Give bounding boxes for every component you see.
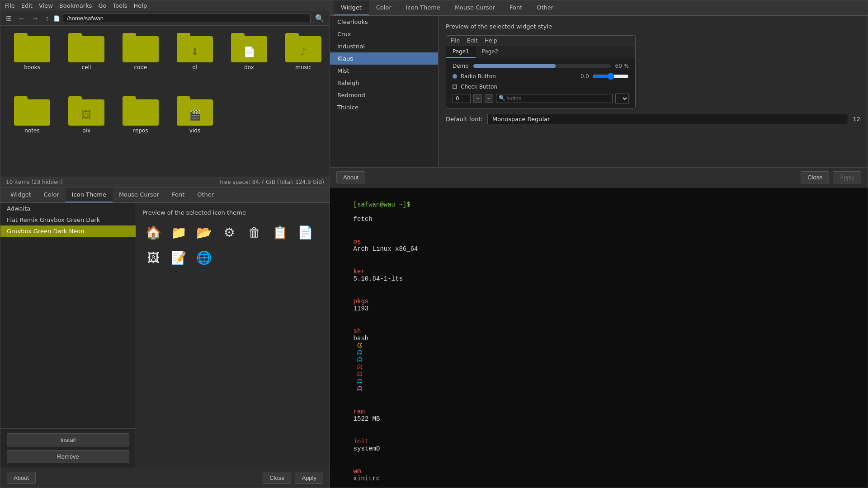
pacman-icon: ᗧ <box>354 342 363 349</box>
folder-cell[interactable]: cell <box>64 33 109 92</box>
preview-menu-edit[interactable]: Edit <box>467 38 477 44</box>
apply-button-bottom[interactable]: Apply <box>295 472 323 484</box>
menu-edit[interactable]: Edit <box>21 2 33 9</box>
folder-vids[interactable]: 🎬 vids <box>172 96 217 155</box>
folder-notes[interactable]: notes <box>9 96 55 155</box>
it-tab-other[interactable]: Other <box>191 188 220 202</box>
spin-up-button[interactable]: + <box>485 94 493 103</box>
it-tab-color[interactable]: Color <box>38 188 66 202</box>
folder-dox[interactable]: 📄 dox <box>226 33 272 92</box>
preview-progress-bar <box>473 64 611 68</box>
it-tab-font[interactable]: Font <box>165 188 191 202</box>
terminal-line-ker: ker 5.10.84-1-lts <box>338 261 859 290</box>
widget-clearlooks[interactable]: Clearlooks <box>330 16 438 28</box>
preview-menu-file[interactable]: File <box>451 38 460 44</box>
widget-thinice[interactable]: ThinIce <box>330 101 438 113</box>
preview-slider-value: 0.0 <box>580 73 589 80</box>
tab-widget[interactable]: Widget <box>334 0 369 15</box>
tab-other[interactable]: Other <box>529 0 561 15</box>
ghost-pink-1: ᗣ <box>354 385 363 393</box>
tab-color[interactable]: Color <box>369 0 399 15</box>
about-button-bottom[interactable]: About <box>7 472 36 484</box>
it-icon-text: 📝 <box>168 247 189 268</box>
widget-klaus[interactable]: Klaus <box>330 52 438 65</box>
appearance-window: Widget Color Icon Theme Mouse Cursor Fon… <box>330 0 868 188</box>
terminal-line-fetch: [safwan@wau ~]$ fetch <box>338 194 859 230</box>
tab-icon-theme[interactable]: Icon Theme <box>399 0 448 15</box>
path-input[interactable] <box>63 14 311 23</box>
folder-pix[interactable]: 🖼 pix <box>64 96 109 155</box>
menu-view[interactable]: View <box>39 2 53 9</box>
preview-checkbox-icon[interactable] <box>453 84 457 89</box>
tab-mouse-cursor[interactable]: Mouse Cursor <box>448 0 502 15</box>
terminal-cmd-fetch: fetch <box>354 216 373 223</box>
terminal-window[interactable]: [safwan@wau ~]$ fetch os Arch Linux x86_… <box>330 188 868 488</box>
spin-down-button[interactable]: − <box>473 94 482 103</box>
appearance-tabs: Widget Color Icon Theme Mouse Cursor Fon… <box>330 0 868 16</box>
folder-code[interactable]: code <box>118 33 163 92</box>
remove-button[interactable]: Remove <box>7 450 129 463</box>
default-font-label: Default font: <box>446 116 483 122</box>
tab-font[interactable]: Font <box>502 0 529 15</box>
ghost-blue-2: ᗣ <box>354 357 363 364</box>
it-adwaita[interactable]: Adwaita <box>0 203 136 214</box>
default-font-row: Default font: Monospace Regular 12 <box>446 114 860 124</box>
preview-radio-label: Radio Button <box>461 73 496 80</box>
folder-repos[interactable]: repos <box>118 96 163 155</box>
preview-menu-help[interactable]: Help <box>485 38 497 44</box>
widget-raleigh[interactable]: Raleigh <box>330 77 438 89</box>
close-button-top[interactable]: Close <box>801 171 829 183</box>
menu-help[interactable]: Help <box>134 2 147 9</box>
preview-tab-page2[interactable]: Page2 <box>476 46 505 58</box>
it-icon-settings: ⚙ <box>218 221 240 243</box>
menu-file[interactable]: File <box>5 2 15 9</box>
default-font-value: Monospace Regular <box>487 114 849 124</box>
search-button[interactable]: 🔍 <box>313 13 326 23</box>
back-button[interactable]: ← <box>16 14 27 23</box>
new-window-button[interactable]: ⊞ <box>4 13 14 23</box>
it-tab-widget[interactable]: Widget <box>4 188 38 202</box>
preview-search-input[interactable] <box>496 94 613 103</box>
path-separator-icon: 📄 <box>53 15 60 22</box>
preview-spinner-row: 0 − + 🔍 <box>453 94 629 103</box>
menu-tools[interactable]: Tools <box>113 2 127 9</box>
terminal-prompt-1: [safwan@wau ~]$ <box>354 201 410 208</box>
preview-slider[interactable] <box>593 73 629 80</box>
it-flat-remix[interactable]: Flat Remix Gruvbox Green Dark <box>0 214 136 225</box>
about-button-top[interactable]: About <box>336 171 365 183</box>
fm-status-items: 10 items (23 hidden) <box>6 179 63 185</box>
install-button[interactable]: Install <box>7 433 129 446</box>
ghost-red-2: ᗣ <box>354 371 363 378</box>
widget-list: Clearlooks Crux Industrial Klaus Mist Ra… <box>330 16 439 167</box>
folder-books[interactable]: books <box>9 33 55 92</box>
default-font-size: 12 <box>853 116 860 122</box>
preview-spinner-display: 0 <box>453 94 471 103</box>
preview-radio-icon[interactable] <box>453 74 457 79</box>
folder-dl[interactable]: ⬇ dl <box>172 33 217 92</box>
forward-button[interactable]: → <box>30 14 41 23</box>
preview-window: File Edit Help Page1 Page2 Demo 60 % <box>446 35 636 108</box>
menu-go[interactable]: Go <box>98 2 106 9</box>
fm-toolbar: ⊞ ← → ↑ 📄 🔍 <box>0 11 330 26</box>
apply-button-top[interactable]: Apply <box>833 171 861 183</box>
it-tab-mouse-cursor[interactable]: Mouse Cursor <box>113 188 165 202</box>
preview-combo[interactable] <box>615 94 629 103</box>
up-button[interactable]: ↑ <box>43 14 51 23</box>
folder-music[interactable]: ♪ music <box>281 33 326 92</box>
close-button-bottom[interactable]: Close <box>263 472 291 484</box>
it-tab-icon-theme[interactable]: Icon Theme <box>66 188 113 202</box>
folder-music-label: music <box>295 64 311 70</box>
menu-bookmarks[interactable]: Bookmarks <box>59 2 92 9</box>
widget-mist[interactable]: Mist <box>330 65 438 77</box>
widget-industrial[interactable]: Industrial <box>330 40 438 52</box>
terminal-line-wm: wm xinitrc <box>338 460 859 488</box>
folder-pix-label: pix <box>82 127 90 134</box>
preview-progress-fill <box>473 64 556 68</box>
widget-crux[interactable]: Crux <box>330 28 438 40</box>
folder-code-label: code <box>134 64 147 70</box>
widget-redmond[interactable]: Redmond <box>330 89 438 101</box>
it-gruvbox-neon[interactable]: Gruvbox Green Dark Neon <box>0 225 136 237</box>
preview-title: Preview of the selected widget style <box>446 23 860 30</box>
preview-tab-page1[interactable]: Page1 <box>446 46 476 58</box>
icon-theme-tabs: Widget Color Icon Theme Mouse Cursor Fon… <box>0 188 330 203</box>
